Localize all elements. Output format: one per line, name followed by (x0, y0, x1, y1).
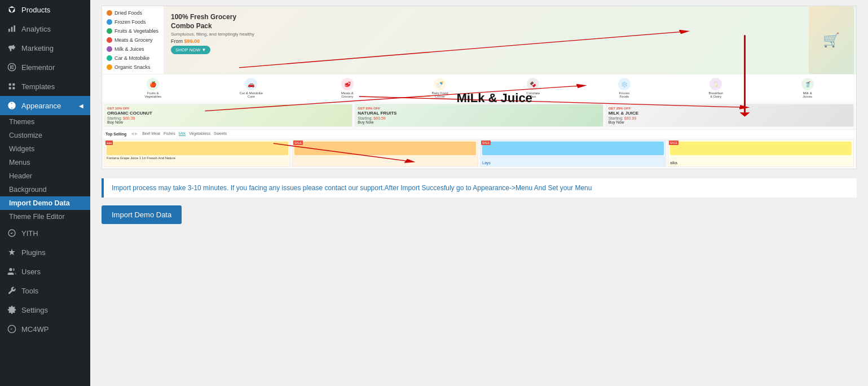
product-img (670, 142, 852, 155)
sidebar-item-elementor[interactable]: Elementor (0, 58, 90, 77)
sidebar-item-tools[interactable]: Tools (0, 281, 90, 300)
topselling-tab-milk[interactable]: Milk (179, 131, 186, 136)
mock-product-card: SALE (292, 139, 478, 167)
cat-item: Organic Snacks (102, 63, 164, 72)
cat-icon (107, 55, 112, 61)
sidebar-item-mc4wp[interactable]: MC4WP (0, 319, 90, 339)
box-icon (7, 5, 17, 15)
mock-promo-card: GET 10% OFF ORGANIC COCUNUT Starting: $6… (104, 104, 353, 127)
submenu-background[interactable]: Background (0, 183, 90, 196)
yith-icon (7, 228, 17, 238)
sidebar-item-label: YITH (21, 229, 38, 238)
sidebar-item-label: Analytics (21, 25, 51, 33)
svg-rect-4 (10, 65, 11, 69)
mock-hero-section: Dried Foods Frozen Foods Fruits & Vegeta… (102, 6, 856, 74)
cat-icon-item: 🍎 Fruits &Vegetables (144, 78, 161, 98)
cat-icon-circle: 🥤 (801, 78, 814, 90)
mock-website: Dried Foods Frozen Foods Fruits & Vegeta… (102, 6, 856, 169)
submenu-label: Header (9, 172, 32, 180)
sidebar-item-appearance[interactable]: Appearance ◀ (0, 96, 90, 115)
mock-promo-card: GET 25% OFF MILK & JUICE Starting: $80.9… (606, 104, 854, 127)
svg-rect-5 (12, 65, 14, 67)
topselling-tab-sweets[interactable]: Sweets (214, 131, 227, 136)
submenu-label: Menus (9, 159, 30, 166)
topselling-tab-fishes[interactable]: Fishes (164, 131, 175, 136)
topselling-label: Top Selling (105, 132, 126, 136)
submenu-label: Background (9, 186, 47, 194)
cat-icon-item: 🥤 Milk &Juices (801, 78, 814, 98)
sidebar-item-users[interactable]: Users (0, 262, 90, 281)
cat-item: Car & Motobike (102, 54, 164, 63)
svg-rect-1 (11, 27, 13, 32)
sidebar-item-settings[interactable]: Settings (0, 300, 90, 319)
svg-rect-2 (14, 25, 15, 32)
cat-icon-circle: 🍫 (527, 78, 539, 90)
sidebar-item-label: Appearance (21, 102, 61, 110)
sidebar-item-label: Users (21, 267, 41, 276)
cat-icon-circle: 🥛 (710, 78, 722, 90)
sidebar-item-label: Products (21, 6, 50, 14)
cat-icon-circle: ❄️ (618, 78, 631, 90)
submenu-label: Themes (9, 118, 34, 126)
cat-icon-item: 🥛 Breakfast& Dairy (708, 78, 722, 98)
cat-icon-circle: 🍼 (434, 78, 446, 90)
submenu-header[interactable]: Header (0, 169, 90, 183)
mock-hero-title: 100% Fresh GroceryCombo Pack (171, 13, 849, 30)
sidebar-item-analytics[interactable]: Analytics (0, 19, 90, 38)
info-text: Import process may take 3-10 minutes. If… (112, 184, 592, 192)
product-name: Fontana Grape Juice 1 Ltr Freash And Nat… (107, 156, 288, 160)
cat-icon (107, 19, 112, 25)
sidebar-item-label: Settings (21, 306, 48, 314)
submenu-label: Theme File Editor (9, 213, 65, 221)
cat-icon-circle: 🚗 (245, 78, 257, 90)
sidebar-item-label: Tools (21, 287, 38, 295)
topselling-tab-vegetables[interactable]: Vegetabless (189, 131, 210, 136)
product-img (294, 142, 476, 155)
svg-rect-6 (12, 68, 14, 69)
cat-icon (107, 28, 112, 34)
sidebar-item-label: Marketing (21, 44, 54, 52)
sidebar-item-label: Elementor (21, 63, 55, 72)
mock-product-card: SALE Lays (480, 139, 666, 167)
chevron-left-icon: ◀ (79, 103, 83, 109)
mock-hero-price: From $99.00 (171, 38, 849, 44)
submenu-import-demo-data[interactable]: Import Demo Data (0, 196, 90, 210)
sidebar-item-marketing[interactable]: Marketing (0, 38, 90, 58)
cat-icon-item: ❄️ FrozenFoods (618, 78, 631, 98)
main-content: Dried Foods Frozen Foods Fruits & Vegeta… (90, 0, 868, 386)
sidebar-item-plugins[interactable]: Plugins (0, 243, 90, 262)
sidebar-item-label: Templates (21, 82, 55, 91)
sidebar-item-yith[interactable]: YITH (0, 223, 90, 243)
sidebar-item-templates[interactable]: Templates (0, 77, 90, 96)
sidebar-item-label: MC4WP (21, 325, 49, 334)
sidebar-item-products[interactable]: Products (0, 0, 90, 19)
mock-shop-button[interactable]: SHOP NOW ▼ (171, 46, 210, 54)
template-icon (7, 81, 17, 91)
svg-rect-0 (8, 29, 10, 32)
product-sale-badge: SALE (293, 141, 303, 145)
tools-icon (7, 286, 17, 296)
submenu-widgets[interactable]: Widgets (0, 142, 90, 156)
submenu-themes[interactable]: Themes (0, 115, 90, 129)
cat-icon-circle: 🥩 (341, 78, 354, 90)
submenu-theme-file-editor[interactable]: Theme File Editor (0, 210, 90, 223)
elementor-icon (7, 62, 17, 72)
preview-inner: Dried Foods Frozen Foods Fruits & Vegeta… (102, 6, 856, 169)
cat-icon-item: 🚗 Car & MotobikeCare (240, 78, 263, 98)
topselling-tab-beef[interactable]: Beef Meat (142, 131, 160, 136)
product-img (482, 142, 664, 155)
import-section: Import Demo Data (102, 205, 857, 224)
cat-icon (107, 46, 112, 52)
cat-item: Milk & Juices (102, 45, 164, 54)
bar-chart-icon (7, 24, 17, 34)
import-demo-data-button[interactable]: Import Demo Data (102, 205, 182, 224)
mock-promo-row: GET 10% OFF ORGANIC COCUNUT Starting: $6… (102, 102, 856, 129)
submenu-menus[interactable]: Menus (0, 156, 90, 169)
cat-item: Frozen Foods (102, 17, 164, 27)
submenu-customize[interactable]: Customize (0, 129, 90, 142)
users-icon (7, 266, 17, 277)
mock-hero: 100% Fresh GroceryCombo Pack Sumptuous, … (164, 6, 856, 74)
product-name: Lays (482, 161, 664, 165)
mock-product-card: SALE alka (668, 139, 854, 167)
topselling-tabs: Beef Meat Fishes Milk Vegetabless Sweets (142, 131, 227, 136)
